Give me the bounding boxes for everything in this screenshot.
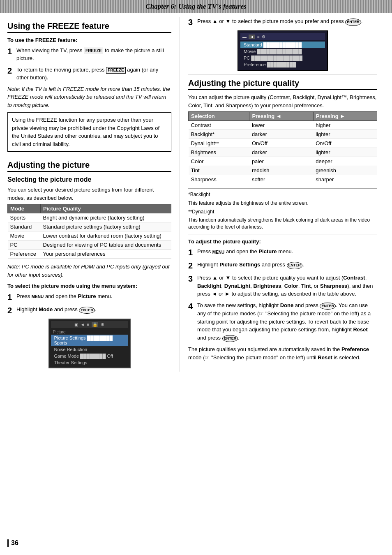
select-step-1: 1 Press MENU and open the Picture menu. [7,292,171,302]
adjusting-picture-title: Adjusting the picture [7,160,171,172]
page-number: 36 [7,539,18,547]
table-row: Movie Lower contrast for darkened room (… [8,231,171,240]
footnote-dynalight-title: **DynaLight [188,208,377,215]
pq-backlight-right: lighter [313,130,377,139]
adj-step-4: 4 To save the new settings, highlight Do… [188,301,377,342]
freeze-step-2: 2 To return to the moving picture, press… [7,66,171,82]
pq-color-right: deeper [313,157,377,166]
sm-pc: PC ████████████████ [240,55,325,61]
table-row: Standard Standard picture settings (fact… [8,222,171,231]
pq-tint-right: greenish [313,166,377,175]
select-mode-heading: To select the picture mode using the men… [7,282,171,290]
chapter-title: Chapter 6: Using the TV's features [0,2,392,11]
freeze-step-1: 1 When viewing the TV, press FREEZE to m… [7,46,171,62]
adj-color: Color [284,283,298,289]
sm-movie: Movie ██████████████ [240,48,325,55]
picture-menu-bold-adj1: Picture [258,248,277,254]
section-divider-1 [7,156,171,156]
adjust-quality-heading: To adjust the picture quality: [188,238,377,246]
page-header: Chapter 6: Using the TV's features [0,0,392,13]
table-row: Tint reddish greenish [189,166,377,175]
mode-movie: Movie [8,231,41,240]
adj-step-2: 2 Highlight Picture Settings and press E… [188,261,377,271]
pq-selection-header: Selection [189,112,249,121]
mode-preference: Preference [8,250,41,259]
right-step-3: 3 Press ▲ or ▼ to select the picture mod… [188,17,377,27]
pq-pressing-right-header: Pressing ► [313,112,377,121]
tv-screen-mockup-right: ▬ ◄ ≡ ⚙ Standard ████████████ Movie ████… [238,30,328,71]
pc-mode-note: Note: PC mode is available for HDMI and … [7,263,171,279]
pq-tint-left: reddish [249,166,313,175]
picture-mode-intro: You can select your desired picture sett… [7,186,171,202]
freeze-key-2: FREEZE [106,67,125,74]
table-row: Sports Bright and dynamic picture (facto… [8,213,171,222]
quality-preference: Your personal preferences [41,250,171,259]
reset-bold-footer: Reset [318,354,332,361]
table-row: Preference Your personal preferences [8,250,171,259]
adj-step-1-content: Press MENU and open the Picture menu. [197,247,377,256]
pq-dynalight-right: On/Off [313,139,377,148]
picture-menu-bold: Picture [78,293,96,299]
mode-pc: PC [8,240,41,250]
pq-dynalight: DynaLight** [189,139,249,148]
pq-sharpness-left: softer [249,175,313,184]
table-footnote-divider [188,188,377,189]
picture-settings-bold: Picture Settings [219,261,260,268]
adj-dynalight: DynaLight [224,283,251,289]
table-row: Color paler deeper [189,157,377,166]
menu-item-picture-settings: Picture Settings ████████ Sports [51,335,128,346]
pq-color: Color [189,157,249,166]
done-bold: Done [280,302,294,308]
table-row: Contrast lower higher [189,121,377,130]
select-step-1-content: Press MENU and open the Picture menu. [16,292,171,301]
selecting-mode-title: Selecting the picture mode [7,176,171,183]
adj-step-2-content: Highlight Picture Settings and press ENT… [197,261,377,269]
quality-pc: Designed for viewing of PC tables and do… [41,240,171,250]
freeze-note: Note: If the TV is left in FREEZE mode f… [7,85,171,109]
adj-brightness: Brightness [254,283,281,289]
step-1-number: 1 [7,46,16,56]
left-column: Using the FREEZE feature To use the FREE… [7,17,180,372]
adj-step-3: 3 Press ▲ or ▼ to select the picture qua… [188,274,377,298]
menu-item-game: Game Mode ████████ Off [51,353,128,359]
adj-step-4-number: 4 [188,301,197,311]
quality-sports: Bright and dynamic picture (factory sett… [41,213,171,222]
pq-sharpness: Sharpness [189,175,249,184]
pq-contrast-right: higher [313,121,377,130]
adj-contrast: Contrast [343,275,365,281]
enter-button-adj2: ENTER [287,262,303,269]
adj-backlight: Backlight [197,283,221,289]
pq-sharpness-right: sharper [313,175,377,184]
pq-brightness-left: darker [249,148,313,157]
adj-step-1: 1 Press MENU and open the Picture menu. [188,247,377,257]
quality-col-header: Picture Quality [41,204,171,213]
adj-sharpness: Sharpness [320,283,347,289]
step-2-content: To return to the moving picture, press F… [16,66,171,82]
menu-sup-adj1: MENU [212,249,224,255]
pq-tint: Tint [189,166,249,175]
preference-bold: Preference [341,346,369,352]
table-row: Backlight* darker lighter [189,130,377,139]
footnote-backlight-title: *Backlight [188,191,377,198]
screen-menu-bar: ▬ ◄ ≡ ⚙ [240,33,325,40]
icon-2: ◄ [81,322,85,327]
quality-standard: Standard picture settings (factory setti… [41,222,171,231]
adj-step-1-number: 1 [188,247,197,257]
sm-icon3: ≡ [257,35,260,39]
right-step-3-content: Press ▲ or ▼ to select the picture mode … [197,17,377,26]
freeze-section-title: Using the FREEZE feature [7,21,171,33]
adj-step-4-content: To save the new settings, highlight Done… [197,301,377,342]
section-divider-right [188,74,377,74]
step-1-content: When viewing the TV, press FREEZE to mak… [16,46,171,62]
reset-bold: Reset [353,326,367,333]
enter-button-reset: ENTER [222,335,238,342]
icon-3: ≡ [87,322,90,327]
footnote-separator [188,234,377,234]
table-row: PC Designed for viewing of PC tables and… [8,240,171,250]
pq-color-left: paler [249,157,313,166]
table-row: Sharpness softer sharper [189,175,377,184]
table-row: DynaLight** On/Off On/Off [189,139,377,148]
icon-1: ▣ [74,322,78,327]
quality-movie: Lower contrast for darkened room (factor… [41,231,171,240]
pq-contrast-left: lower [249,121,313,130]
